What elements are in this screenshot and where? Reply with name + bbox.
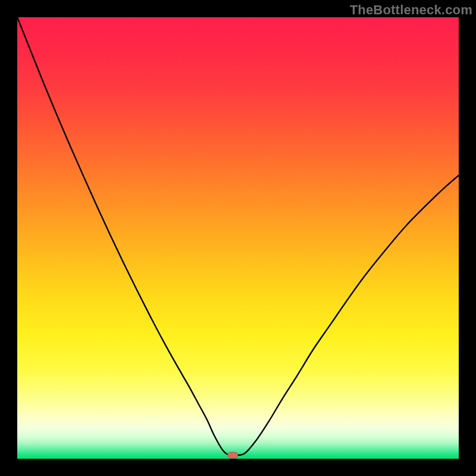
- bottleneck-chart: [17, 17, 459, 459]
- chart-frame: [17, 17, 459, 459]
- watermark-text: TheBottleneck.com: [350, 2, 472, 18]
- optimal-point-marker: [228, 452, 238, 458]
- gradient-background: [17, 17, 459, 459]
